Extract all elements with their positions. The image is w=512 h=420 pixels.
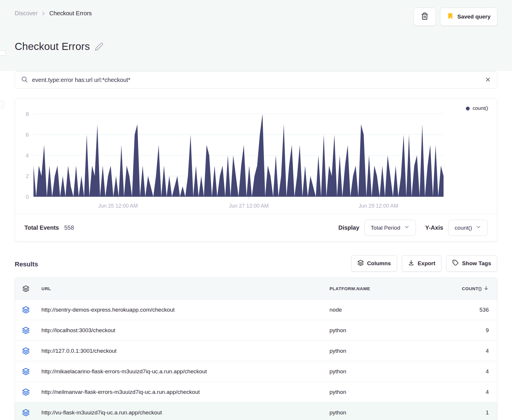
row-platform: python [329,327,447,334]
svg-text:6: 6 [26,132,29,138]
breadcrumb-current: Checkout Errors [49,10,92,17]
delete-query-button[interactable] [414,8,436,26]
svg-text:8: 8 [26,111,29,117]
chevron-down-icon [404,224,410,231]
legend-dot-icon [466,107,470,110]
row-url[interactable]: http://127.0.0.1:3001/checkout [37,348,329,354]
search-bar [15,71,497,89]
row-count: 536 [447,307,497,313]
column-header-url[interactable]: URL [37,286,329,291]
results-table-body: http://sentry-demos-express.herokuapp.co… [15,300,497,420]
row-platform: python [329,389,447,395]
row-url[interactable]: http://neilmanvar-flask-errors-m3uuizd7i… [37,389,329,395]
events-chart-panel: count() 02468Jun 25 12:00 AMJun 27 12:00… [15,98,497,242]
layers-icon [357,260,364,268]
sort-desc-arrow-icon [483,285,489,292]
events-chart[interactable]: 02468Jun 25 12:00 AMJun 27 12:00 AMJun 2… [15,98,497,211]
row-platform: python [329,368,447,375]
svg-text:0: 0 [26,194,29,200]
saved-query-button[interactable]: Saved query [440,8,497,26]
edit-title-pencil-icon[interactable] [95,42,103,52]
columns-button[interactable]: Columns [351,255,397,272]
column-header-platform[interactable]: PLATFORM.NAME [329,286,447,291]
results-heading: Results [15,261,38,272]
column-header-count[interactable]: COUNT() [447,285,497,292]
row-layers-icon[interactable] [15,388,37,396]
display-select-value: Total Period [371,225,400,231]
saved-query-label: Saved query [457,14,491,20]
row-platform: python [329,409,447,416]
row-layers-icon[interactable] [15,306,37,314]
yaxis-select-value: count() [455,225,472,231]
table-row[interactable]: http://vu-flask-m3uuizd7iq-uc.a.run.app/… [15,402,497,420]
svg-text:Jun 27 12:00 AM: Jun 27 12:00 AM [229,203,269,209]
row-layers-icon[interactable] [15,347,37,355]
total-events-value: 558 [64,224,74,231]
bookmark-icon [447,13,454,21]
export-button[interactable]: Export [402,255,441,272]
row-url[interactable]: http://mikaelacarino-flask-errors-m3uuiz… [37,368,329,375]
svg-text:2: 2 [26,173,29,179]
close-icon [485,76,491,84]
table-row[interactable]: http://mikaelacarino-flask-errors-m3uuiz… [15,361,497,382]
breadcrumb: Discover Checkout Errors [15,10,92,17]
row-count: 9 [447,327,497,334]
row-url[interactable]: http://localhost:3003/checkout [37,327,329,334]
table-row[interactable]: http://127.0.0.1:3001/checkout python 4 [15,341,497,361]
row-layers-icon[interactable] [15,409,37,416]
chevron-down-icon [476,224,481,231]
breadcrumb-discover[interactable]: Discover [15,10,38,17]
trash-icon [421,12,429,21]
results-table: URL PLATFORM.NAME COUNT() http://sentry-… [15,278,497,420]
sidebar-expand-handle[interactable] [0,100,4,109]
display-label: Display [338,224,359,231]
chevron-right-icon [41,11,46,16]
tag-icon [452,260,459,268]
row-count: 4 [447,368,497,375]
page-header: Discover Checkout Errors Saved query Che… [0,0,512,63]
download-icon [408,260,414,268]
svg-text:Jun 29 12:00 AM: Jun 29 12:00 AM [359,203,398,209]
row-layers-icon[interactable] [15,327,37,334]
clear-search-button[interactable] [485,76,491,84]
page-title: Checkout Errors [15,41,90,52]
row-count: 4 [447,389,497,395]
search-icon [21,76,28,84]
main-content: count() 02468Jun 25 12:00 AMJun 27 12:00… [0,71,512,420]
header-layers-icon[interactable] [15,285,37,292]
show-tags-button[interactable]: Show Tags [446,255,497,272]
row-platform: python [329,348,447,354]
row-count: 4 [447,348,497,354]
row-count: 1 [447,409,497,416]
show-tags-button-label: Show Tags [462,260,491,267]
svg-text:4: 4 [26,152,29,159]
svg-text:Jun 25 12:00 AM: Jun 25 12:00 AM [98,203,138,209]
total-events-label: Total Events [24,224,59,231]
row-layers-icon[interactable] [15,368,37,375]
events-chart-svg: 02468Jun 25 12:00 AMJun 27 12:00 AMJun 2… [15,110,482,211]
chart-footer: Total Events 558 Display Total Period Y-… [15,214,497,241]
row-url[interactable]: http://vu-flask-m3uuizd7iq-uc.a.run.app/… [37,409,329,416]
table-row[interactable]: http://neilmanvar-flask-errors-m3uuizd7i… [15,382,497,402]
legend-label: count() [473,105,488,111]
sidebar-collapse-handle[interactable] [0,51,6,56]
count-header-label: COUNT() [462,286,482,291]
chart-legend[interactable]: count() [466,105,488,111]
columns-button-label: Columns [367,260,391,267]
display-select[interactable]: Total Period [364,220,416,236]
table-row[interactable]: http://localhost:3003/checkout python 9 [15,320,497,341]
table-header-row: URL PLATFORM.NAME COUNT() [15,278,497,300]
table-row[interactable]: http://sentry-demos-express.herokuapp.co… [15,300,497,320]
row-platform: node [329,307,447,313]
yaxis-label: Y-Axis [425,224,443,231]
row-url[interactable]: http://sentry-demos-express.herokuapp.co… [37,307,329,313]
yaxis-select[interactable]: count() [449,220,488,236]
search-input[interactable] [32,77,481,83]
export-button-label: Export [418,260,435,267]
